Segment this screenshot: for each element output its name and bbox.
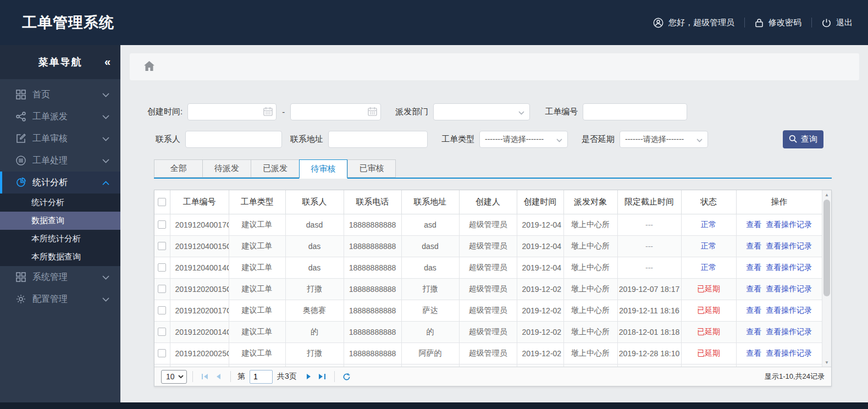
- deadline-cell: ---: [617, 257, 681, 278]
- delay-select[interactable]: -------请选择-------: [620, 131, 708, 148]
- order_no-cell: 201912040014C: [170, 257, 229, 278]
- phone-cell: 18888888888: [344, 300, 401, 321]
- calendar-icon[interactable]: [368, 107, 377, 118]
- order-no-field[interactable]: [583, 103, 687, 120]
- creator-cell: 超级管理员: [459, 342, 517, 364]
- sidebar-item-home[interactable]: 首页: [0, 84, 120, 106]
- scroll-down-arrow[interactable]: ▼: [822, 358, 831, 367]
- last-page-button[interactable]: [316, 370, 329, 383]
- logout-link[interactable]: 退出: [822, 18, 853, 28]
- row-checkbox[interactable]: [158, 306, 166, 314]
- status-badge: 已延期: [681, 278, 736, 300]
- vertical-scrollbar[interactable]: ▲ ▼: [822, 190, 831, 367]
- view-log-link[interactable]: 查看操作记录: [766, 349, 812, 357]
- refresh-icon[interactable]: [340, 370, 353, 383]
- type-cell: 建议工单: [229, 235, 285, 257]
- row-checkbox[interactable]: [158, 349, 166, 357]
- search-button[interactable]: 查询: [783, 130, 823, 148]
- view-link[interactable]: 查看: [746, 263, 761, 272]
- sidebar-subitem[interactable]: 本所统计分析: [0, 230, 120, 248]
- deadline-cell: 2019-12-07 18:17: [617, 278, 681, 300]
- sidebar-item-dispatch[interactable]: 工单派发: [0, 106, 120, 128]
- type-cell: 建议工单: [229, 278, 285, 300]
- sidebar-item-system[interactable]: 系统管理: [0, 266, 120, 288]
- order-type-label: 工单类型: [441, 134, 474, 145]
- column-header: 工单编号: [170, 190, 229, 214]
- sidebar-subitem[interactable]: 本所数据查询: [0, 248, 120, 266]
- sidebar-subitem[interactable]: 统计分析: [0, 194, 120, 212]
- view-log-link[interactable]: 查看操作记录: [766, 263, 812, 272]
- start-date-input[interactable]: [188, 104, 276, 120]
- order-type-select[interactable]: -------请选择-------: [479, 131, 568, 148]
- search-icon: [789, 135, 797, 145]
- view-link[interactable]: 查看: [746, 349, 761, 357]
- chevron-down-icon: [178, 375, 184, 378]
- sidebar-item-stats[interactable]: 统计分析: [0, 172, 120, 194]
- phone-cell: 18888888888: [344, 235, 401, 257]
- tab-待派发[interactable]: 待派发: [202, 159, 251, 178]
- chevron-down-icon: [556, 135, 562, 144]
- view-link[interactable]: 查看: [746, 241, 761, 250]
- created-cell: 2019-12-04 15: [517, 235, 563, 257]
- tab-全部[interactable]: 全部: [154, 159, 202, 178]
- view-link[interactable]: 查看: [746, 306, 761, 314]
- tab-已审核[interactable]: 已审核: [347, 159, 396, 178]
- table-row: 201912020025C建议工单打撒18888888888阿萨的超级管理员20…: [154, 342, 822, 364]
- dispatch-dept-label: 派发部门: [395, 107, 428, 117]
- status-badge: 正常: [681, 214, 736, 235]
- prev-page-button[interactable]: [212, 370, 225, 383]
- view-log-link[interactable]: 查看操作记录: [766, 327, 812, 336]
- view-log-link[interactable]: 查看操作记录: [766, 220, 812, 229]
- row-checkbox[interactable]: [158, 328, 166, 336]
- tab-已派发[interactable]: 已派发: [251, 159, 299, 178]
- view-link[interactable]: 查看: [746, 284, 761, 293]
- scrollbar-thumb[interactable]: [823, 200, 830, 296]
- actions-cell: 查看查看操作记录: [736, 300, 822, 321]
- calendar-icon[interactable]: [263, 107, 273, 118]
- view-log-link[interactable]: 查看操作记录: [766, 284, 812, 293]
- sidebar-item-process[interactable]: 工单处理: [0, 150, 120, 172]
- deadline-cell: 2018-12-01 18:18: [617, 321, 681, 342]
- scroll-up-arrow[interactable]: ▲: [822, 191, 831, 199]
- next-page-button[interactable]: [302, 370, 316, 383]
- contact-field[interactable]: [185, 131, 282, 148]
- home-icon[interactable]: [144, 61, 154, 73]
- first-page-button[interactable]: [198, 370, 212, 383]
- top-header: 工单管理系统 您好，超级管理员 修改密码 退出: [0, 0, 868, 45]
- start-date-field[interactable]: [187, 103, 277, 120]
- created-cell: 2019-12-02 17: [517, 300, 563, 321]
- type-cell: 建议工单: [229, 300, 285, 321]
- sidebar-item-review[interactable]: 工单审核: [0, 128, 120, 150]
- order_no-cell: 201912040017C: [170, 214, 229, 235]
- change-password-link[interactable]: 修改密码: [755, 18, 801, 28]
- user-icon: [653, 18, 664, 28]
- view-link[interactable]: 查看: [746, 327, 761, 336]
- tab-待审核[interactable]: 待审核: [299, 159, 347, 179]
- contact-input[interactable]: [186, 131, 281, 147]
- page-number-input[interactable]: [250, 370, 273, 384]
- row-checkbox[interactable]: [158, 263, 166, 272]
- collapse-sidebar-button[interactable]: «: [104, 56, 109, 68]
- view-link[interactable]: 查看: [746, 220, 761, 229]
- sidebar-item-config[interactable]: 配置管理: [0, 288, 120, 310]
- view-log-link[interactable]: 查看操作记录: [766, 306, 812, 314]
- user-greeting: 您好，超级管理员: [653, 18, 734, 28]
- row-checkbox[interactable]: [158, 242, 166, 250]
- end-date-field[interactable]: [290, 103, 381, 120]
- target-cell: 墩上中心所: [563, 321, 617, 342]
- sidebar-item-label: 首页: [32, 89, 50, 101]
- breadcrumb: [130, 53, 859, 80]
- select-all-checkbox[interactable]: [158, 198, 166, 206]
- sidebar-subitem[interactable]: 数据查询: [0, 212, 120, 230]
- column-header: 限定截止时间: [617, 190, 681, 214]
- order-no-input[interactable]: [583, 104, 687, 120]
- end-date-input[interactable]: [291, 104, 380, 120]
- row-checkbox[interactable]: [158, 220, 166, 229]
- page-size-select[interactable]: 10: [161, 370, 187, 384]
- row-checkbox[interactable]: [158, 285, 166, 293]
- address-cell: dasd: [401, 235, 459, 257]
- view-log-link[interactable]: 查看操作记录: [766, 241, 812, 250]
- address-field[interactable]: [328, 131, 428, 148]
- dispatch-dept-select[interactable]: [433, 103, 530, 120]
- address-input[interactable]: [329, 131, 427, 147]
